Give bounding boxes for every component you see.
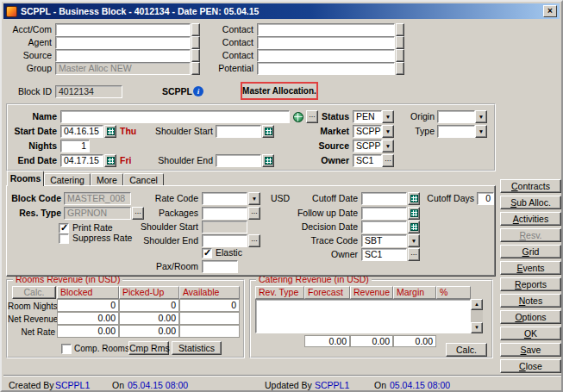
market-field[interactable]: SCPPL xyxy=(353,125,382,138)
save-button[interactable]: Save xyxy=(500,343,561,357)
block-id-field: 4012134 xyxy=(55,85,122,98)
owner-ellipsis-button[interactable]: ... xyxy=(382,154,394,167)
rooms-calc-button[interactable]: Calc. xyxy=(12,286,56,299)
catering-calc-button[interactable]: Calc. xyxy=(446,343,487,357)
contact-1-lookup-button[interactable] xyxy=(396,23,404,36)
name-field[interactable] xyxy=(60,110,290,123)
cutoff-days-field[interactable]: 0 xyxy=(477,192,494,205)
start-date-calendar-button[interactable] xyxy=(104,125,116,138)
net-revenue-available-cell xyxy=(179,312,240,325)
acct-com-lookup-button[interactable] xyxy=(191,23,200,36)
catering-col-revenue: Revenue xyxy=(350,286,393,299)
scroll-up-icon[interactable]: ▲ xyxy=(471,299,483,310)
net-revenue-blocked-cell: 0.00 xyxy=(57,312,119,325)
shoulder-start-label: Shoulder Start xyxy=(139,125,213,138)
globe-icon[interactable] xyxy=(293,112,303,122)
notes-button[interactable]: Notes xyxy=(500,294,561,308)
tab-more[interactable]: More xyxy=(91,173,123,186)
start-day-label: Thu xyxy=(120,125,136,138)
shoulder-end-calendar-button[interactable] xyxy=(262,154,274,167)
shoulder-end-field[interactable] xyxy=(216,154,261,167)
agent-field[interactable] xyxy=(55,36,191,49)
agent-label: Agent xyxy=(5,36,52,49)
source-field[interactable] xyxy=(55,49,191,62)
decision-date-field[interactable] xyxy=(361,221,407,233)
cmp-rms-button[interactable]: Cmp Rms xyxy=(128,341,169,355)
type-dropdown-icon[interactable]: ▼ xyxy=(475,125,487,138)
end-date-field[interactable]: 04.17.15 xyxy=(60,154,103,167)
type-field[interactable] xyxy=(437,125,475,138)
tab-owner-field[interactable]: SC1 xyxy=(361,248,407,261)
updated-on-value: 05.04.15 08:00 xyxy=(390,379,450,392)
group-lookup-button[interactable] xyxy=(191,62,200,75)
acct-com-label: Acct/Com xyxy=(5,23,52,36)
contact-3-field[interactable] xyxy=(257,49,395,62)
contact-2-lookup-button[interactable] xyxy=(396,36,404,49)
options-button[interactable]: Options xyxy=(500,310,561,324)
tab-shoulder-end-field[interactable] xyxy=(202,234,247,247)
shoulder-start-field[interactable] xyxy=(216,125,261,138)
follow-up-date-field[interactable] xyxy=(361,207,407,220)
source-lookup-button[interactable] xyxy=(191,49,200,62)
close-button[interactable]: Close xyxy=(500,359,561,373)
contracts-button[interactable]: Contracts xyxy=(500,179,561,193)
events-button[interactable]: Events xyxy=(500,261,561,275)
decision-date-calendar-button[interactable] xyxy=(408,221,420,233)
resv-button: Resv. xyxy=(500,228,561,242)
shoulder-end-label: Shoulder End xyxy=(139,154,213,167)
follow-up-date-calendar-button[interactable] xyxy=(408,207,420,220)
potential-lookup-button[interactable] xyxy=(396,62,404,75)
suppress-rate-checkbox[interactable] xyxy=(59,233,69,244)
property-code-label: SCPPL xyxy=(162,85,192,98)
contact-3-lookup-button[interactable] xyxy=(396,49,404,62)
owner-field[interactable]: SC1 xyxy=(353,154,382,167)
reports-button[interactable]: Reports xyxy=(500,277,561,291)
nights-field[interactable]: 1 xyxy=(60,140,90,152)
tab-shoulder-start-label: Shoulder Start xyxy=(126,221,198,233)
trace-code-dropdown-icon[interactable]: ▼ xyxy=(408,234,420,247)
catering-col-rev-type: Rev. Type xyxy=(255,286,304,299)
row-label-room-nights: Room Nights xyxy=(8,300,55,313)
start-date-field[interactable]: 04.16.15 xyxy=(60,125,103,138)
net-rate-picked-up-cell: 0.00 xyxy=(119,325,179,338)
info-icon[interactable]: i xyxy=(193,86,203,96)
contact-2-field[interactable] xyxy=(257,36,395,49)
sub-alloc-button[interactable]: Sub Alloc. xyxy=(500,196,561,209)
trace-code-field[interactable]: SBT xyxy=(361,234,407,247)
acct-com-field[interactable] xyxy=(55,23,191,36)
print-rate-checkbox[interactable] xyxy=(59,223,69,233)
net-revenue-picked-up-cell: 0.00 xyxy=(119,312,179,325)
catering-list-body xyxy=(255,299,471,333)
origin-dropdown-icon[interactable]: ▼ xyxy=(475,110,487,123)
scroll-down-icon[interactable]: ▼ xyxy=(471,322,483,333)
pax-room-field[interactable] xyxy=(202,260,238,273)
rate-code-field[interactable] xyxy=(202,192,247,205)
tab-catering[interactable]: Catering xyxy=(44,173,91,186)
tab-cancel[interactable]: Cancel xyxy=(123,173,164,186)
source-detail-field[interactable]: SCPPL xyxy=(353,140,382,152)
close-icon[interactable]: × xyxy=(543,5,557,17)
cutoff-date-calendar-button[interactable] xyxy=(408,192,420,205)
packages-ellipsis-button[interactable]: ... xyxy=(248,207,260,220)
cutoff-date-field[interactable] xyxy=(361,192,407,205)
shoulder-start-calendar-button[interactable] xyxy=(262,125,274,138)
tab-shoulder-end-ellipsis-button[interactable]: ... xyxy=(248,234,260,247)
agent-lookup-button[interactable] xyxy=(191,36,200,49)
potential-field[interactable] xyxy=(257,62,395,75)
comp-rooms-checkbox[interactable] xyxy=(61,344,72,354)
packages-field[interactable] xyxy=(202,207,247,220)
end-date-calendar-button[interactable] xyxy=(104,154,116,167)
activities-button[interactable]: Activities xyxy=(500,212,561,226)
elastic-checkbox[interactable] xyxy=(202,248,212,258)
origin-field[interactable] xyxy=(437,110,475,123)
tab-rooms[interactable]: Rooms xyxy=(7,171,44,186)
ok-button[interactable]: OK xyxy=(500,327,561,340)
tab-owner-ellipsis-button[interactable]: ... xyxy=(408,248,420,261)
status-field[interactable]: PEN xyxy=(353,110,382,123)
grid-button[interactable]: Grid xyxy=(500,245,561,258)
rate-code-dropdown-icon[interactable]: ▼ xyxy=(248,192,260,205)
source-dropdown-icon[interactable]: ▼ xyxy=(382,140,394,152)
statistics-button[interactable]: Statistics xyxy=(172,341,222,355)
pax-room-label: Pax/Room xyxy=(126,260,198,273)
contact-1-field[interactable] xyxy=(257,23,395,36)
